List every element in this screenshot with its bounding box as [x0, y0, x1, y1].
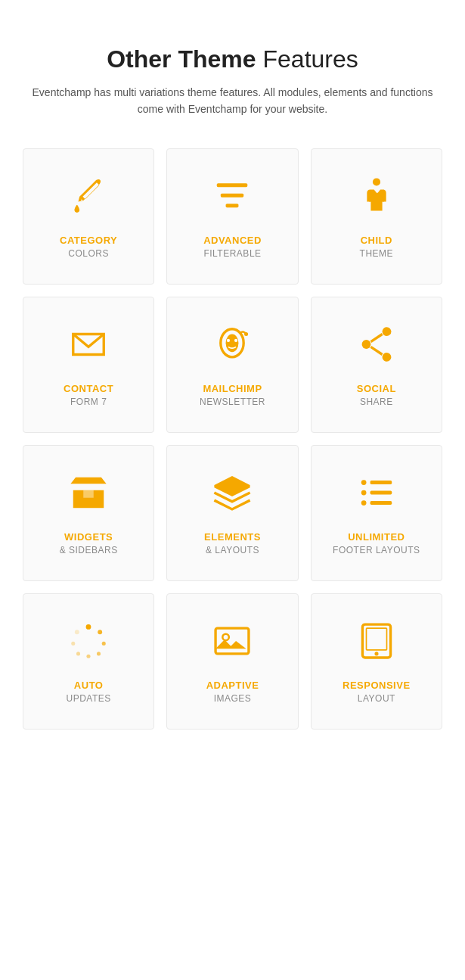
svg-rect-16: [83, 490, 94, 497]
section-header: Other Theme Features Eventchamp has mult…: [23, 45, 442, 118]
svg-point-27: [87, 654, 91, 658]
svg-point-3: [373, 178, 380, 185]
svg-point-12: [361, 340, 370, 349]
svg-point-23: [86, 624, 91, 630]
svg-point-32: [223, 633, 229, 639]
svg-point-21: [361, 500, 367, 506]
card-subtitle: LAYOUT: [358, 693, 395, 705]
card-subtitle: FILTERABLE: [203, 248, 261, 260]
card-category-colors: CATEGORY COLORS: [23, 148, 154, 285]
page-wrapper: Other Theme Features Eventchamp has mult…: [0, 0, 465, 775]
card-contact-form: CONTACT FORM 7: [23, 297, 154, 433]
svg-point-19: [361, 490, 367, 495]
svg-line-14: [370, 334, 382, 341]
svg-rect-0: [217, 183, 248, 187]
svg-point-28: [76, 652, 80, 655]
card-title: AUTO: [74, 680, 104, 692]
card-subtitle: IMAGES: [214, 693, 252, 705]
envelope-icon: [68, 324, 109, 371]
card-subtitle: NEWSLETTER: [200, 397, 265, 409]
svg-point-10: [245, 332, 249, 336]
spinner-icon: [68, 621, 109, 667]
share-icon: [356, 324, 397, 371]
card-title: CATEGORY: [60, 235, 117, 247]
section-title: Other Theme Features: [23, 45, 442, 73]
card-mailchimp: MAILCHIMP NEWSLETTER: [166, 297, 298, 433]
card-title: ELEMENTS: [204, 531, 261, 544]
svg-rect-22: [370, 501, 392, 505]
section-description: Eventchamp has multi variations theme fe…: [23, 84, 442, 118]
svg-point-9: [234, 338, 237, 341]
svg-rect-31: [216, 628, 250, 654]
svg-rect-2: [226, 204, 239, 207]
svg-point-8: [227, 338, 230, 341]
svg-point-25: [102, 641, 106, 645]
card-child-theme: CHILD THEME: [311, 148, 442, 285]
filter-icon: [212, 176, 253, 222]
card-adaptive-images: ADAPTIVE IMAGES: [166, 593, 298, 730]
card-subtitle: THEME: [360, 248, 394, 260]
svg-rect-20: [370, 490, 392, 494]
card-title: ADVANCED: [203, 235, 262, 247]
card-unlimited: UNLIMITED FOOTER LAYOUTS: [311, 445, 442, 581]
card-subtitle: FOOTER LAYOUTS: [333, 545, 420, 557]
box-icon: [68, 472, 109, 519]
svg-point-34: [374, 652, 378, 655]
svg-point-26: [97, 652, 101, 655]
card-title: RESPONSIVE: [343, 680, 411, 692]
openbox-icon: [212, 472, 253, 519]
card-title: WIDGETS: [64, 531, 113, 544]
card-widgets: WIDGETS & SIDEBARS: [23, 445, 154, 581]
svg-point-24: [98, 630, 102, 634]
brush-icon: [68, 176, 109, 222]
svg-point-17: [361, 480, 367, 485]
card-title: CHILD: [361, 235, 392, 247]
card-elements: ELEMENTS & LAYOUTS: [166, 445, 298, 581]
svg-rect-1: [221, 193, 243, 197]
card-subtitle: UPDATES: [67, 693, 111, 705]
features-grid: CATEGORY COLORS ADVANCED FILTERABLE: [23, 148, 442, 730]
svg-point-7: [226, 334, 239, 352]
svg-rect-35: [366, 628, 386, 650]
card-auto-updates: AUTO UPDATES: [23, 593, 154, 730]
svg-point-30: [75, 630, 79, 634]
list-icon: [356, 472, 397, 519]
card-social-share: SOCIAL SHARE: [311, 297, 442, 433]
card-subtitle: FORM 7: [70, 397, 107, 409]
card-title: UNLIMITED: [348, 531, 405, 544]
card-title: CONTACT: [64, 383, 113, 396]
svg-point-29: [71, 641, 75, 645]
card-responsive-layout: RESPONSIVE LAYOUT: [311, 593, 442, 730]
card-title: MAILCHIMP: [203, 383, 262, 396]
svg-rect-18: [370, 481, 392, 484]
image-icon: [212, 621, 253, 667]
card-title: ADAPTIVE: [206, 680, 259, 692]
card-subtitle: SHARE: [360, 397, 393, 409]
svg-point-11: [382, 327, 391, 336]
tablet-icon: [356, 621, 397, 667]
card-advanced-filterable: ADVANCED FILTERABLE: [166, 148, 298, 285]
mailchimp-icon: [212, 324, 253, 371]
card-subtitle: & LAYOUTS: [206, 545, 259, 557]
svg-point-13: [382, 353, 391, 362]
card-title: SOCIAL: [357, 383, 396, 396]
card-subtitle: & SIDEBARS: [60, 545, 118, 557]
card-subtitle: COLORS: [68, 248, 109, 260]
svg-line-15: [370, 347, 382, 354]
child-icon: [356, 176, 397, 222]
